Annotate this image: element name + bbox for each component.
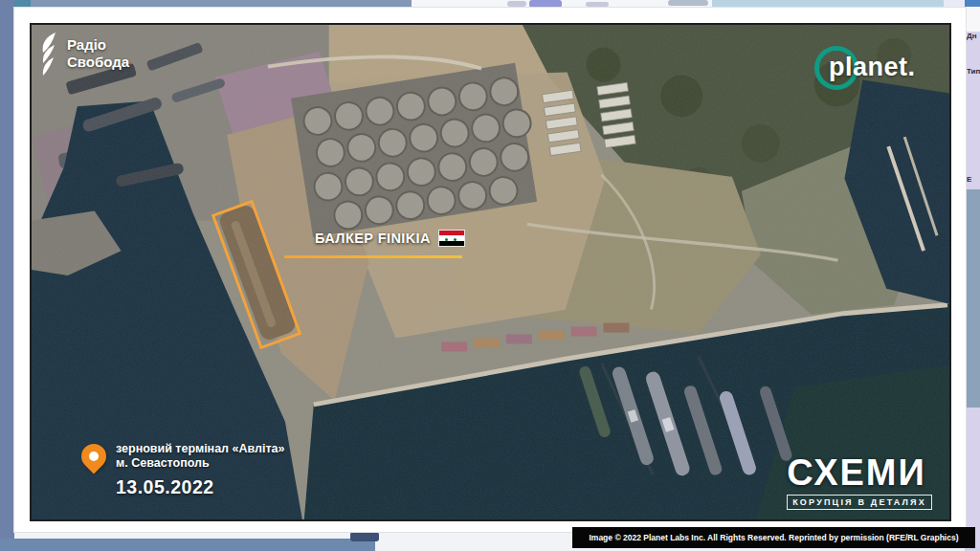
bg-text-fragment: Тип [967,67,980,76]
rs-line2: Свобода [67,54,129,71]
bg-button-sliver[interactable] [668,0,708,6]
bg-text-fragment: Дн [967,32,980,40]
bg-text-fragment: Е [967,175,980,184]
bg-left-strip [0,0,14,551]
graphic-card: Радіо Свобода planet. БАЛКЕР FINIKIA [14,8,966,532]
skhemy-title: СХЕМИ [787,454,932,491]
radio-svoboda-bird-icon [35,32,60,81]
location-line1: зерновий термінал «Авліта» [116,442,284,456]
bg-bottom-notch [350,532,379,541]
bg-button-sliver[interactable] [507,1,526,7]
location-line2: м. Севастополь [116,456,284,471]
map-pin-icon [77,439,112,474]
skhemy-logo: СХЕМИ КОРУПЦІЯ В ДЕТАЛЯХ [787,454,932,510]
bg-button-sliver[interactable] [586,2,609,7]
planet-logo: planet. [814,44,951,99]
satellite-photo: Радіо Свобода planet. БАЛКЕР FINIKIA [30,23,951,521]
bg-top-teal-segment [14,0,31,8]
page-root: Дн Тип Е [0,0,980,551]
callout-line [284,255,462,258]
bg-button-sliver[interactable] [529,0,562,8]
bg-bottom-bar [0,539,375,551]
location-callout: зерновий термінал «Авліта» м. Севастопол… [81,442,284,498]
image-credit-bar: Image © 2022 Planet Labs Inc. All Rights… [572,527,975,548]
planet-wordmark: planet. [829,53,916,82]
bg-top-white-strip [412,0,712,8]
bg-right-blip [965,0,980,7]
radio-svoboda-logo: Радіо Свобода [35,32,129,81]
location-text: зерновий термінал «Авліта» м. Севастопол… [116,442,284,498]
ship-annotation: БАЛКЕР FINIKIA [315,230,465,247]
syria-flag-icon [438,230,465,247]
bg-map-sliver [965,189,980,408]
bg-right-white [965,7,980,32]
rs-line1: Радіо [67,36,129,54]
bg-top-right-strip [712,0,944,8]
radio-svoboda-wordmark: Радіо Свобода [67,32,129,71]
ship-label: БАЛКЕР FINIKIA [315,231,431,246]
skhemy-subtitle: КОРУПЦІЯ В ДЕТАЛЯХ [787,495,932,510]
location-date: 13.05.2022 [116,476,284,498]
flag-stars [445,238,449,242]
bg-top-bar [31,0,412,8]
